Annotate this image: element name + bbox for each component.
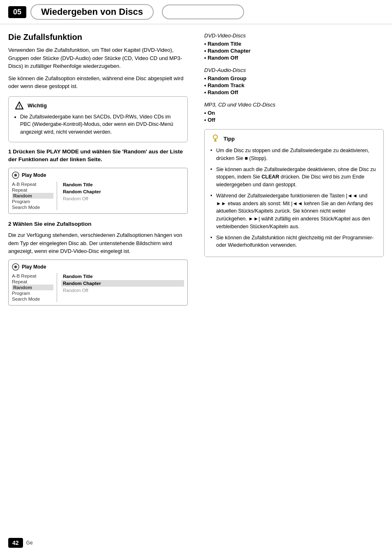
tip-item-3: Während der Zufallswiedergabe funktionie… — [210, 192, 378, 231]
pm-right-random-title-1: Random Title — [61, 181, 184, 188]
header-right-box — [162, 5, 244, 19]
warning-icon: ! — [14, 101, 24, 111]
tip-header: Tipp — [210, 134, 378, 144]
tip-item-1: Um die Disc zu stoppen und die Zufallswi… — [210, 147, 378, 162]
play-mode-content-1: A-B Repeat Repeat Random Program Search … — [12, 181, 184, 210]
section-title: Die Zufallsfunktion — [8, 32, 188, 42]
pm-item-program-2: Program — [12, 290, 53, 296]
play-mode-header-2: Play Mode — [12, 263, 184, 271]
tip-list: Um die Disc zu stoppen und die Zufallswi… — [210, 147, 378, 249]
warning-header: ! Wichtig — [14, 101, 182, 111]
mp3-cd-item-off: Off — [204, 116, 384, 123]
pm-right-random-off-2: Random Off — [61, 287, 184, 294]
pm-item-ab-repeat-2: A-B Repeat — [12, 273, 53, 279]
dvd-video-item-1: Random Title — [204, 40, 384, 47]
pm-item-random-2: Random — [12, 285, 53, 290]
mp3-cd-list: On Off — [204, 109, 384, 123]
step2-text: Die zur Verfügung stehenden, verschieden… — [8, 231, 188, 255]
warning-text-list: Die Zufallswiedergabe kann bei SACDs, DV… — [14, 113, 182, 136]
pm-right-random-chapter-2: Random Chapter — [61, 280, 184, 287]
play-mode-icon-2 — [12, 263, 19, 271]
page-lang: Ge — [26, 540, 33, 546]
play-mode-left-2: A-B Repeat Repeat Random Program Search … — [12, 273, 57, 302]
page-number: 42 — [8, 538, 23, 548]
play-mode-label-1: Play Mode — [22, 172, 46, 178]
play-mode-right-1: Random Title Random Chapter Random Off — [57, 181, 184, 210]
dvd-video-section: DVD-Video-Discs Random Title Random Chap… — [204, 32, 384, 61]
svg-text:!: ! — [18, 104, 20, 109]
tip-item-4: Sie können die Zufallsfunktion nicht gle… — [210, 234, 378, 250]
step2-heading: 2 Wählen Sie eine Zufallsoption — [8, 220, 188, 228]
tip-title: Tipp — [224, 136, 235, 142]
mp3-cd-section: MP3, CD und Video CD-Discs On Off — [204, 102, 384, 123]
pm-item-ab-repeat-1: A-B Repeat — [12, 181, 53, 187]
main-content: Die Zufallsfunktion Verwenden Sie die Zu… — [0, 24, 392, 320]
dvd-video-label: DVD-Video-Discs — [204, 32, 384, 39]
dvd-audio-item-1: Random Group — [204, 75, 384, 82]
pm-right-random-title-2: Random Title — [61, 273, 184, 280]
page-footer: 42 Ge — [8, 538, 33, 548]
svg-point-7 — [213, 135, 217, 139]
play-mode-header-1: Play Mode — [12, 171, 184, 179]
left-column: Die Zufallsfunktion Verwenden Sie die Zu… — [8, 32, 188, 312]
svg-marker-3 — [15, 174, 17, 176]
chapter-title: Wiedergeben von Discs — [30, 4, 154, 20]
pm-right-random-chapter-1: Random Chapter — [61, 188, 184, 195]
pm-item-repeat-2: Repeat — [12, 279, 53, 285]
dvd-video-item-3: Random Off — [204, 54, 384, 61]
intro-paragraph-1: Verwenden Sie die Zufallsfunktion, um Ti… — [8, 46, 188, 70]
mp3-cd-label: MP3, CD und Video CD-Discs — [204, 102, 384, 108]
dvd-video-item-2: Random Chapter — [204, 47, 384, 54]
svg-marker-6 — [15, 266, 17, 268]
play-mode-content-2: A-B Repeat Repeat Random Program Search … — [12, 273, 184, 302]
pm-item-repeat-1: Repeat — [12, 187, 53, 193]
dvd-audio-item-2: Random Track — [204, 82, 384, 89]
dvd-audio-list: Random Group Random Track Random Off — [204, 75, 384, 96]
warning-item: Die Zufallswiedergabe kann bei SACDs, DV… — [20, 113, 182, 136]
step1-heading: 1 Drücken Sie PLAY MODE und wählen Sie '… — [8, 148, 188, 164]
dvd-audio-item-3: Random Off — [204, 89, 384, 96]
dvd-audio-label: DVD-Audio-Discs — [204, 67, 384, 73]
pm-item-program-1: Program — [12, 199, 53, 204]
pm-item-random-1: Random — [12, 193, 53, 199]
pm-item-search-1: Search Mode — [12, 204, 53, 210]
right-column: DVD-Video-Discs Random Title Random Chap… — [196, 32, 384, 312]
dvd-audio-section: DVD-Audio-Discs Random Group Random Trac… — [204, 67, 384, 96]
play-mode-left-1: A-B Repeat Repeat Random Program Search … — [12, 181, 57, 210]
tip-box: Tipp Um die Disc zu stoppen und die Zufa… — [204, 129, 384, 257]
play-mode-box-1: Play Mode A-B Repeat Repeat Random Progr… — [8, 168, 188, 214]
mp3-cd-item-on: On — [204, 109, 384, 116]
tip-icon — [210, 134, 220, 144]
pm-item-search-2: Search Mode — [12, 296, 53, 302]
play-mode-icon-1 — [12, 171, 19, 179]
play-mode-box-2: Play Mode A-B Repeat Repeat Random Progr… — [8, 259, 188, 306]
tip-item-2: Sie können auch die Zufallswiedergabe de… — [210, 166, 378, 189]
chapter-badge: 05 — [8, 6, 26, 18]
page-header: 05 Wiedergeben von Discs — [0, 0, 392, 24]
pm-right-random-off-1: Random Off — [61, 195, 184, 202]
play-mode-right-2: Random Title Random Chapter Random Off — [57, 273, 184, 302]
warning-title: Wichtig — [28, 102, 47, 109]
warning-box: ! Wichtig Die Zufallswiedergabe kann bei… — [8, 96, 188, 142]
intro-paragraph-2: Sie können die Zufallsoption einstellen,… — [8, 74, 188, 90]
dvd-video-list: Random Title Random Chapter Random Off — [204, 40, 384, 61]
play-mode-label-2: Play Mode — [22, 264, 46, 270]
